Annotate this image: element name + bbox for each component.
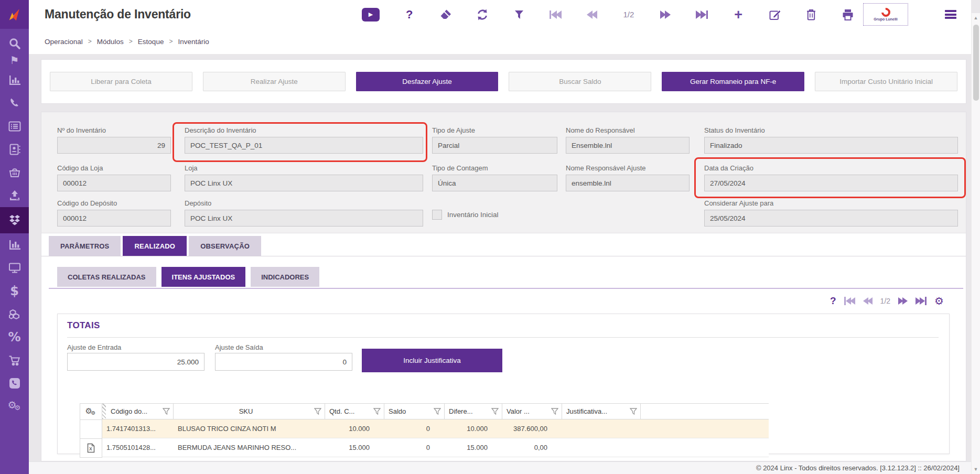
scroll-up-arrow[interactable]: ▲ [972,15,980,20]
numero-inventario-input[interactable] [57,137,171,154]
codigo-loja-input[interactable] [57,175,171,191]
considerar-ajuste-input[interactable] [704,210,958,227]
help-icon[interactable]: ? [403,7,416,23]
eraser-icon[interactable] [439,7,453,23]
column-header-qtd[interactable]: Qtd. C... [325,404,384,419]
field-label: Nome do Responsável [566,126,690,134]
filter-funnel-icon[interactable] [630,408,637,415]
filter-funnel-icon[interactable] [373,408,381,415]
table-settings-cell[interactable]: ⚙ ⚙ [80,404,102,420]
sidebar-item-bookmark[interactable]: ⚑ [0,52,29,69]
sidebar-item-search[interactable] [0,35,29,52]
tab-parametros[interactable]: PARÂMETROS [49,236,121,256]
loja-input[interactable] [185,175,423,191]
desfazer-ajuste-button[interactable]: Desfazer Ajuste [356,72,499,91]
descricao-inventario-input[interactable] [185,137,423,154]
last-page-button[interactable] [695,7,708,23]
vertical-scrollbar[interactable]: ▲ ▼ [971,13,980,474]
menu-icon[interactable] [945,10,956,19]
export-excel-cell[interactable]: X [80,439,102,458]
sidebar-item-pos-monitor[interactable] [0,256,29,279]
sidebar-item-inventory-box[interactable] [0,207,29,233]
breadcrumb-item[interactable]: Operacional [45,38,83,46]
grid-previous-page-button[interactable] [863,297,873,305]
status-inventario-input[interactable] [704,137,958,154]
sidebar-item-settings[interactable]: ⚙ ⚙ [0,395,29,418]
sidebar-item-contacts[interactable] [0,138,29,161]
column-header-saldo[interactable]: Saldo [384,404,445,419]
inventario-inicial-checkbox[interactable] [432,210,442,220]
filter-icon[interactable] [512,7,526,23]
grid-last-page-button[interactable] [916,297,927,305]
delete-icon[interactable] [804,7,818,23]
table-row[interactable]: 1.7417401313... BLUSAO TRICO CINZA NOTI … [102,419,769,438]
refresh-icon[interactable] [476,7,489,23]
sidebar-item-cart[interactable] [0,349,29,372]
grid-first-page-button[interactable] [844,297,855,305]
sidebar-item-phone[interactable] [0,92,29,115]
print-icon[interactable] [841,7,855,23]
breadcrumb-item[interactable]: Módulos [97,38,124,46]
add-button[interactable]: + [731,7,745,23]
edit-icon[interactable] [768,7,782,23]
first-page-button[interactable] [549,7,563,23]
sidebar-item-upload[interactable] [0,184,29,207]
column-header-valor[interactable]: Valor ... [502,404,562,419]
table-row[interactable]: 1.7505101428... BERMUDA JEANS MARINHO RE… [102,438,769,457]
sidebar-item-support-phone[interactable] [0,372,29,395]
filter-funnel-icon[interactable] [491,408,499,415]
tab-observacao[interactable]: OBSERVAÇÃO [189,236,261,256]
liberar-para-coleta-button[interactable]: Liberar para Coleta [50,72,192,91]
subtab-itens-ajustados[interactable]: ITENS AJUSTADOS [161,267,246,287]
breadcrumb-item[interactable]: Inventário [178,38,209,46]
column-header-justificativa[interactable]: Justificativa... [562,404,641,419]
column-header-diferenca[interactable]: Difere... [445,404,502,419]
subtab-indicadores[interactable]: INDICADORES [251,267,319,287]
grid-settings-icon[interactable]: ⚙ [934,295,944,307]
next-page-button[interactable] [659,7,672,23]
scrollbar-thumb[interactable] [973,25,979,101]
scroll-down-arrow[interactable]: ▼ [972,467,980,472]
nome-responsavel-ajuste-input[interactable] [566,175,690,191]
realizar-ajuste-button[interactable]: Realizar Ajuste [203,72,346,91]
sidebar-item-analytics[interactable] [0,69,29,92]
drag-handle[interactable] [102,404,106,419]
tab-realizado[interactable]: REALIZADO [123,236,187,256]
company-logo[interactable]: Grupo Lunelli [863,3,908,26]
sidebar-item-finance[interactable]: $ [0,279,29,303]
filter-funnel-icon[interactable] [314,408,321,415]
sidebar-item-forms[interactable] [0,115,29,138]
sidebar: ⚑ [0,0,29,474]
percent-icon: % [8,331,20,343]
ajuste-entrada-input[interactable] [67,353,204,371]
grid-next-page-button[interactable] [898,297,908,305]
ajuste-saida-input[interactable] [215,353,352,371]
column-header-codigo[interactable]: Código do... [102,404,174,419]
table-main: Código do... SKU Qtd. C... Saldo Difere.… [102,403,769,458]
tipo-contagem-input[interactable] [432,175,557,191]
codigo-deposito-input[interactable] [57,210,171,227]
column-header-sku[interactable]: SKU [174,404,325,419]
buscar-saldo-button[interactable]: Buscar Saldo [509,72,651,91]
gerar-romaneio-button[interactable]: Gerar Romaneio para NF-e [662,72,804,91]
nome-responsavel-input[interactable] [566,137,690,154]
filter-funnel-icon[interactable] [163,408,170,415]
deposito-input[interactable] [185,210,423,227]
sidebar-item-basket[interactable] [0,161,29,184]
tipo-ajuste-input[interactable] [432,137,557,154]
sidebar-item-reports[interactable] [0,233,29,256]
data-criacao-input[interactable] [704,175,958,191]
filter-funnel-icon[interactable] [551,408,558,415]
filter-funnel-icon[interactable] [434,408,441,415]
linx-logo[interactable] [0,0,29,29]
sidebar-item-discounts[interactable]: % [0,326,29,349]
sidebar-item-products[interactable] [0,303,29,326]
subtab-coletas-realizadas[interactable]: COLETAS REALIZADAS [57,267,156,287]
video-tutorial-button[interactable]: ▶ [362,8,380,21]
grid-help-icon[interactable]: ? [830,295,836,307]
breadcrumb-item[interactable]: Estoque [138,38,164,46]
importar-custo-button[interactable]: Importar Custo Unitário Inicial [815,72,957,91]
sub-tabs: COLETAS REALIZADAS ITENS AJUSTADOS INDIC… [57,267,319,287]
incluir-justificativa-button[interactable]: Incluir Justificativa [362,349,502,372]
previous-page-button[interactable] [585,7,599,23]
